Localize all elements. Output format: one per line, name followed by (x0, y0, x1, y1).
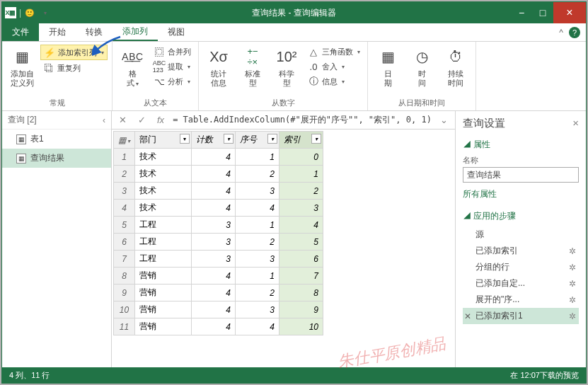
step-gear-icon[interactable]: ✲ (569, 295, 576, 305)
table-row[interactable]: 11营销4410 (114, 318, 323, 335)
add-index-column-button[interactable]: ⚡ 添加索引列▾ (40, 45, 108, 60)
tab-view[interactable]: 视图 (158, 23, 195, 41)
minimize-button[interactable]: − (511, 2, 532, 23)
formula-bar: ✕ ✓ fx = Table.AddIndexColumn(#"展开的"序号""… (112, 111, 455, 130)
table-row[interactable]: 3技术432 (114, 183, 323, 200)
collapse-pane-icon[interactable]: ‹ (103, 115, 105, 125)
formula-confirm-icon[interactable]: ✓ (135, 115, 149, 125)
query-item[interactable]: ▦查询结果 (2, 149, 111, 168)
add-custom-column-button[interactable]: ▦ 添加自 定义列 (6, 43, 38, 90)
titlebar: X▦ | 🙂 ▾ 查询结果 - 查询编辑器 − □ × (2, 2, 586, 23)
excel-icon: X▦ (5, 7, 16, 18)
merge-columns-button[interactable]: ⿴合并列 (151, 45, 194, 59)
applied-step[interactable]: 分组的行✲ (463, 259, 579, 275)
step-gear-icon[interactable]: ✲ (569, 263, 576, 272)
close-button[interactable]: × (553, 2, 586, 23)
time-button[interactable]: ◷时 间 (406, 43, 437, 90)
filter-icon[interactable]: ▾ (267, 134, 277, 144)
ribbon-collapse-icon[interactable]: ^ (559, 28, 563, 38)
applied-step[interactable]: 源 (463, 226, 579, 243)
queries-header: 查询 [2] (8, 114, 37, 126)
delete-step-icon[interactable]: ✕ (464, 311, 471, 321)
queries-pane: 查询 [2]‹ ▦表1 ▦查询结果 (2, 111, 112, 367)
trigonometry-button[interactable]: △三角函数▾ (305, 45, 363, 59)
all-properties-link[interactable]: 所有属性 (463, 188, 579, 200)
scientific-button[interactable]: 10²科学 型 (271, 43, 302, 90)
maximize-button[interactable]: □ (532, 2, 553, 23)
query-item[interactable]: ▦表1 (2, 130, 111, 149)
applied-step[interactable]: 已添加自定...✲ (463, 275, 579, 292)
formula-input[interactable]: = Table.AddIndexColumn(#"展开的"序号"", "索引",… (173, 114, 432, 126)
status-left: 4 列、11 行 (9, 370, 50, 381)
table-row[interactable]: 8营销417 (114, 268, 323, 285)
table-row[interactable]: 6工程325 (114, 234, 323, 251)
query-settings-pane: 查询设置× ◢ 属性 名称 所有属性 ◢ 应用的步骤 源已添加索引✲分组的行✲已… (455, 111, 586, 367)
qat-dropdown-icon[interactable]: ▾ (40, 7, 51, 18)
data-grid[interactable]: ▦▾ 部门▾ 计数▾ 序号▾ 索引▾ 1技术4102技术4213技术4324技术… (113, 131, 323, 335)
format-icon: A͟B͟C (121, 45, 144, 68)
date-button[interactable]: ▦日 期 (372, 43, 403, 90)
info-icon: ⓘ (308, 76, 319, 87)
step-gear-icon[interactable]: ✲ (569, 246, 576, 256)
step-gear-icon[interactable]: ✲ (569, 311, 576, 321)
step-gear-icon[interactable]: ✲ (569, 279, 576, 289)
column-header[interactable]: 部门▾ (135, 132, 192, 149)
analyze-button[interactable]: ⌥分析▾ (151, 74, 194, 88)
statusbar: 4 列、11 行 在 12:07下载的预览 (2, 367, 586, 383)
qat-smiley-icon[interactable]: 🙂 (24, 7, 35, 18)
duration-icon: ⏱ (444, 45, 467, 68)
tab-home[interactable]: 开始 (39, 23, 76, 41)
time-icon: ◷ (410, 45, 433, 68)
filter-icon[interactable]: ▾ (180, 134, 190, 144)
query-name-input[interactable] (463, 167, 579, 183)
format-button[interactable]: A͟B͟C 格 式▾ (117, 43, 148, 91)
index-icon: ⚡ (44, 47, 55, 58)
column-header[interactable]: 计数▾ (192, 132, 236, 149)
close-settings-icon[interactable]: × (572, 117, 579, 130)
sigma-icon: Xσ (207, 45, 230, 68)
rounding-button[interactable]: .0舍入▾ (305, 59, 363, 74)
table-row[interactable]: 5工程314 (114, 217, 323, 234)
extract-icon: ABC123 (154, 61, 165, 72)
standard-button[interactable]: +−÷×标准 型 (237, 43, 268, 90)
table-icon: ▦ (16, 154, 26, 163)
merge-icon: ⿴ (154, 46, 165, 57)
tab-file[interactable]: 文件 (2, 23, 39, 41)
duration-button[interactable]: ⏱持续 时间 (440, 43, 471, 90)
formula-dropdown-icon[interactable]: ⌄ (437, 115, 451, 125)
help-icon[interactable]: ? (569, 27, 580, 38)
applied-step[interactable]: 已添加索引✲ (463, 243, 579, 259)
calc-icon: +−÷× (241, 45, 264, 68)
column-header[interactable]: 索引▾ (279, 132, 323, 149)
filter-icon[interactable]: ▾ (224, 134, 234, 144)
status-right: 在 12:07下载的预览 (510, 370, 579, 381)
filter-icon[interactable]: ▾ (311, 134, 321, 144)
duplicate-icon: ⿻ (43, 62, 54, 74)
tab-transform[interactable]: 转换 (76, 23, 113, 41)
select-all-corner[interactable]: ▦▾ (114, 132, 135, 149)
table-row[interactable]: 10营销439 (114, 301, 323, 318)
formula-cancel-icon[interactable]: ✕ (116, 115, 129, 125)
extract-button[interactable]: ABC123提取▾ (151, 59, 194, 74)
group-label-general: 常规 (6, 96, 108, 110)
table-row[interactable]: 4技术443 (114, 200, 323, 217)
info-button[interactable]: ⓘ信息▾ (305, 74, 363, 88)
qat-separator: | (19, 8, 21, 18)
window-title: 查询结果 - 查询编辑器 (252, 7, 336, 19)
settings-title: 查询设置 (463, 117, 505, 130)
duplicate-column-button[interactable]: ⿻ 重复列 (40, 61, 108, 75)
table-row[interactable]: 1技术410 (114, 149, 323, 166)
table-row[interactable]: 7工程336 (114, 251, 323, 268)
ribbon-tabs: 文件 开始 转换 添加列 视图 ^ ? (2, 23, 586, 42)
applied-step[interactable]: 展开的"序...✲ (463, 292, 579, 308)
statistics-button[interactable]: Xσ统计 信息 (203, 43, 234, 90)
table-row[interactable]: 2技术421 (114, 166, 323, 183)
tab-add-column[interactable]: 添加列 (113, 23, 158, 41)
table-row[interactable]: 9营销428 (114, 285, 323, 301)
column-header[interactable]: 序号▾ (236, 132, 279, 149)
custom-column-icon: ▦ (11, 45, 33, 68)
group-label-datetime: 从日期和时间 (372, 96, 471, 110)
applied-step[interactable]: ✕已添加索引1✲ (463, 308, 579, 324)
fx-icon[interactable]: fx (154, 115, 167, 125)
table-icon: ▦ (16, 134, 26, 144)
